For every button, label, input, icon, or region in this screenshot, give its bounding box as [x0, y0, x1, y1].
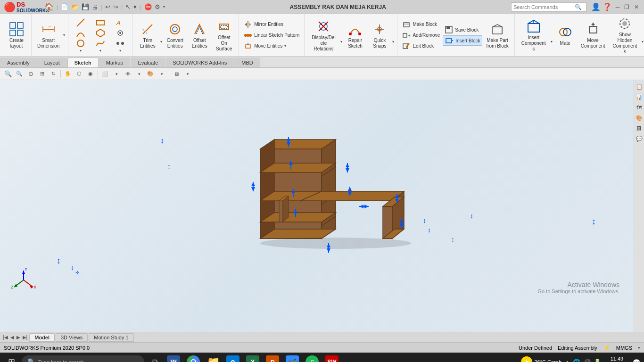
offset-entities-button[interactable]: OffsetEntities	[188, 17, 211, 54]
insert-block-highlighted-button[interactable]: Insert Block	[443, 35, 482, 46]
tab-markup[interactable]: Markup	[99, 58, 131, 67]
rotate-btn[interactable]: ↻	[48, 69, 58, 79]
select-dropdown[interactable]: ▾	[133, 3, 137, 10]
weather-widget[interactable]: ☀ 26°C Cerah	[521, 356, 561, 362]
show-hidden-dropdown[interactable]: ▾	[642, 40, 644, 44]
pan-btn[interactable]: ✋	[63, 69, 73, 79]
section-btn[interactable]: ◉	[85, 69, 96, 79]
rp-btn-2[interactable]: 📊	[635, 92, 644, 102]
tab-evaluate[interactable]: Evaluate	[131, 58, 165, 67]
display-delete-button[interactable]: Display/DeleteRelations	[307, 17, 339, 54]
mirror-entities-button[interactable]: Mirror Entities	[242, 19, 301, 30]
taskbar-search-box[interactable]: 🔍 Type here to search	[22, 355, 144, 362]
repair-sketch-button[interactable]: RepairSketch	[343, 17, 367, 54]
view3d-btn[interactable]: ⬡	[74, 69, 84, 79]
save-block-button[interactable]: Save Block	[443, 25, 482, 35]
create-layout-button[interactable]: Createlayout	[5, 17, 28, 54]
select-icon[interactable]: ↖	[125, 3, 131, 10]
rectangle-button[interactable]	[92, 17, 109, 28]
taskbar-solidworks-icon[interactable]: SW	[323, 354, 340, 362]
rp-btn-4[interactable]: 🎨	[635, 113, 644, 123]
tab-prev-btn[interactable]: ◀	[9, 335, 15, 340]
search-box[interactable]: 🔍	[511, 2, 586, 12]
rect-tools-dropdown[interactable]: ▾	[99, 49, 101, 53]
show-hidden-button[interactable]: ShowHiddenComponents	[609, 17, 641, 54]
tab-sketch[interactable]: Sketch	[67, 58, 99, 67]
sketch-tool-c[interactable]	[112, 38, 129, 49]
sketch-tool-a[interactable]: A	[112, 17, 129, 28]
linear-sketch-button[interactable]: Linear Sketch Pattern	[242, 30, 301, 41]
rp-btn-3[interactable]: 🗺	[635, 103, 644, 112]
home-icon[interactable]: 🏠	[44, 2, 54, 11]
redo-icon[interactable]: ↪	[113, 3, 118, 10]
arc-button[interactable]	[72, 28, 89, 38]
bottom-tab-3dviews[interactable]: 3D Views	[56, 333, 88, 342]
prev-view-btn[interactable]: ⊞	[37, 69, 47, 79]
circle-button[interactable]	[72, 38, 89, 49]
more-tools-dropdown[interactable]: ▾	[119, 49, 121, 53]
view-settings-dropdown[interactable]: ▾	[182, 69, 193, 79]
edit-block-button[interactable]: Edit Block	[400, 41, 442, 51]
clock-display[interactable]: 11:49 28/05/2023	[604, 355, 630, 362]
move-component-button[interactable]: MoveComponent	[578, 17, 608, 54]
tab-solidworks-addins[interactable]: SOLIDWORKS Add-Ins	[165, 58, 234, 67]
task-view-btn[interactable]: ⧉	[147, 354, 162, 362]
tab-assembly[interactable]: Assembly	[0, 58, 37, 67]
up-arrow-tray[interactable]: ▲	[564, 359, 570, 362]
spline-button[interactable]	[92, 38, 109, 49]
taskbar-chrome-icon[interactable]	[185, 354, 202, 362]
insert-components-button[interactable]: InsertComponents	[518, 17, 550, 54]
convert-entities-button[interactable]: ConvertEntities	[163, 17, 187, 54]
smart-dimension-button[interactable]: ↔ SmartDimension	[34, 17, 62, 54]
sketch-tools-dropdown[interactable]: ▾	[80, 49, 82, 53]
bottom-tab-motion1[interactable]: Motion Study 1	[89, 333, 133, 342]
taskbar-spotify-icon[interactable]: ♫	[304, 354, 321, 362]
taskbar-word-icon[interactable]: W	[165, 354, 182, 362]
notification-icon[interactable]: 💬	[633, 359, 640, 362]
taskbar-edge-icon[interactable]: e	[224, 354, 241, 362]
stop-icon[interactable]: ⛔	[144, 3, 152, 10]
sketch-tool-b[interactable]	[112, 28, 129, 38]
start-button[interactable]: ⊞	[4, 354, 19, 362]
rp-btn-5[interactable]: 🖼	[635, 123, 644, 133]
taskbar-excel-icon[interactable]: X	[244, 354, 261, 362]
tab-first-btn[interactable]: |◀	[2, 335, 9, 340]
viewport[interactable]: ↕ ↕ ↕ ↕ ↕ ↕ ↕ ↕ ↕ ✛ Y X Z	[0, 80, 634, 332]
save-icon[interactable]: 💾	[82, 3, 89, 10]
help-icon[interactable]: ❓	[603, 2, 612, 11]
make-block-button[interactable]: Make Block	[400, 19, 442, 30]
view-settings-btn[interactable]: 🖥	[171, 69, 182, 79]
insert-comp-dropdown[interactable]: ▾	[551, 40, 553, 44]
taskbar-explorer-icon[interactable]: 📁	[205, 354, 222, 362]
add-remove-button[interactable]: + Add/Remove	[400, 30, 442, 41]
smart-dim-dropdown[interactable]: ▾	[63, 33, 65, 37]
polygon-button[interactable]	[92, 28, 109, 38]
undo-icon[interactable]: ↩	[105, 3, 110, 10]
zoom-selection-btn[interactable]: ⊙	[25, 69, 36, 79]
network-icon[interactable]: 🌐	[573, 359, 580, 362]
print-icon[interactable]: 🖨	[92, 3, 98, 10]
make-part-button[interactable]: Make Partfrom Block	[483, 17, 511, 54]
tab-last-btn[interactable]: ▶|	[22, 335, 29, 340]
battery-icon[interactable]: 🔋	[594, 359, 601, 362]
offset-surface-button[interactable]: OffsetOnSurface	[212, 17, 236, 54]
tab-next-btn[interactable]: ▶	[16, 335, 21, 340]
line-button[interactable]	[72, 17, 89, 28]
move-entities-button[interactable]: Move Entities ▾	[242, 41, 301, 51]
taskbar-zoom-icon[interactable]: 📹	[284, 354, 301, 362]
move-dropdown[interactable]: ▾	[284, 44, 286, 48]
taskbar-ppt-icon[interactable]: P	[264, 354, 281, 362]
minimize-button[interactable]: ─	[614, 3, 621, 11]
volume-icon[interactable]: 🔊	[583, 359, 591, 362]
hide-dropdown[interactable]: ▾	[134, 69, 144, 79]
quick-snaps-dropdown[interactable]: ▾	[392, 40, 394, 44]
units-dropdown[interactable]: ▾	[638, 346, 640, 350]
bottom-tab-model[interactable]: Model	[29, 333, 55, 342]
options-dropdown[interactable]: ▾	[163, 5, 165, 9]
rebuild-icon[interactable]: ⚡	[603, 344, 611, 351]
tab-layout[interactable]: Layout	[37, 58, 67, 67]
search-input[interactable]	[513, 4, 575, 10]
relations-dropdown[interactable]: ▾	[340, 40, 342, 44]
close-button[interactable]: ✕	[633, 3, 640, 11]
restore-button[interactable]: ❐	[623, 3, 631, 11]
